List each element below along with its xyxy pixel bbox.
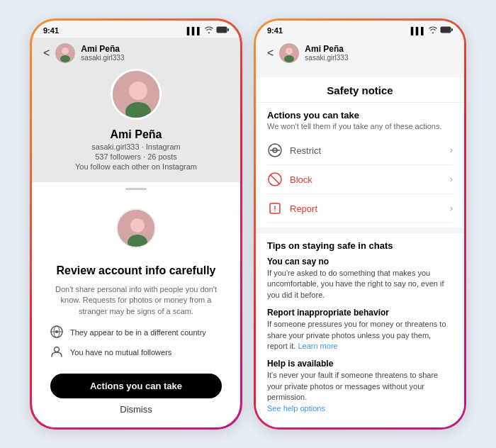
- tip-report-behavior: Report inappropriate behavior If someone…: [267, 308, 453, 352]
- block-row[interactable]: Block ›: [267, 165, 453, 194]
- profile-name: Ami Peña: [43, 128, 229, 141]
- tip-say-no-desc: If you're asked to do something that mak…: [267, 268, 453, 301]
- status-icons-left: ▌▌▌: [187, 26, 229, 35]
- mini-handle: sasaki.girl333: [81, 54, 124, 62]
- svg-rect-1: [227, 28, 229, 31]
- safety-notice-panel: Safety notice Actions you can take We wo…: [256, 77, 464, 427]
- profile-mutual: You follow each other on Instagram: [43, 162, 229, 171]
- report-row[interactable]: Report ›: [267, 194, 453, 223]
- restrict-chevron: ›: [450, 145, 453, 155]
- profile-header: < Ami Peña sasaki.girl333: [32, 38, 240, 182]
- profile-info: Ami Peña sasaki.girl333 · Instagram 537 …: [43, 128, 229, 171]
- svg-line-25: [271, 175, 280, 184]
- mini-avatar-right: [279, 43, 299, 63]
- wifi-icon: [205, 26, 213, 35]
- tips-section: Tips on staying safe in chats You can sa…: [256, 228, 464, 424]
- report-chevron: ›: [450, 203, 453, 213]
- status-icons-right: ▌▌▌: [411, 26, 453, 35]
- safety-item-country-text: They appear to be in a different country: [70, 328, 206, 337]
- safety-avatar: [116, 208, 156, 248]
- actions-button[interactable]: Actions you can take: [50, 374, 222, 398]
- tip-report-desc: If someone pressures you for money or th…: [267, 319, 453, 352]
- safety-card: Review account info carefully Don't shar…: [40, 193, 232, 427]
- restrict-row[interactable]: Restrict ›: [267, 136, 453, 165]
- battery-icon-right: [440, 26, 453, 35]
- right-mini-name: Ami Peña: [305, 44, 348, 54]
- svg-point-20: [284, 55, 294, 62]
- tip-say-no: You can say no If you're asked to do som…: [267, 257, 453, 301]
- mini-avatar-left: [55, 43, 75, 63]
- learn-more-link[interactable]: Learn more: [298, 342, 337, 350]
- tips-section-title: Tips on staying safe in chats: [267, 240, 453, 251]
- actions-section-subtitle: We won't tell them if you take any of th…: [267, 122, 453, 130]
- svg-rect-16: [441, 27, 451, 33]
- status-bar-left: 9:41 ▌▌▌: [32, 21, 240, 38]
- status-bar-right: 9:41 ▌▌▌: [256, 21, 464, 38]
- svg-point-15: [55, 347, 60, 352]
- profile-stats: 537 followers · 26 posts: [43, 152, 229, 161]
- safety-item-country: They appear to be in a different country: [50, 325, 222, 340]
- see-help-link[interactable]: See help options: [267, 404, 325, 413]
- right-phone: 9:41 ▌▌▌ <: [254, 18, 466, 430]
- block-chevron: ›: [450, 174, 453, 184]
- signal-bars-right: ▌▌▌: [411, 27, 426, 35]
- battery-icon: [216, 26, 229, 35]
- safety-desc: Don't share personal info with people yo…: [50, 284, 222, 317]
- profile-handle: sasaki.girl333 · Instagram: [43, 142, 229, 151]
- tip-report-title: Report inappropriate behavior: [267, 308, 453, 318]
- right-mini-name-block: Ami Peña sasaki.girl333: [305, 44, 348, 62]
- safety-notice-title: Safety notice: [256, 77, 464, 103]
- svg-point-3: [62, 47, 69, 55]
- left-phone: 9:41 ▌▌▌ <: [30, 18, 242, 430]
- tip-help-title: Help is available: [267, 359, 453, 369]
- svg-point-6: [129, 82, 147, 100]
- restrict-label: Restrict: [290, 145, 321, 156]
- big-avatar: [111, 69, 162, 120]
- signal-bars: ▌▌▌: [187, 27, 202, 35]
- right-mini-handle: sasaki.girl333: [305, 54, 348, 62]
- actions-section: Actions you can take We won't tell them …: [256, 103, 464, 228]
- tip-help-desc: It's never your fault if someone threate…: [267, 370, 453, 414]
- dismiss-button[interactable]: Dismiss: [50, 398, 222, 420]
- report-icon: [267, 201, 283, 216]
- svg-point-28: [274, 211, 276, 212]
- svg-rect-0: [217, 27, 227, 33]
- safety-title: Review account info carefully: [50, 264, 222, 279]
- tip-help: Help is available It's never your fault …: [267, 359, 453, 414]
- svg-point-19: [286, 47, 293, 55]
- safety-item-mutual: You have no mutual followers: [50, 345, 222, 359]
- tip-say-no-title: You can say no: [267, 257, 453, 267]
- svg-point-9: [130, 218, 145, 233]
- block-icon: [267, 172, 283, 187]
- back-button-right[interactable]: <: [267, 47, 274, 60]
- block-label: Block: [290, 174, 312, 185]
- location-icon: [50, 325, 64, 340]
- report-label: Report: [290, 203, 317, 214]
- right-header: < Ami Peña sasaki.girl333: [256, 38, 464, 77]
- mini-name-block: Ami Peña sasaki.girl333: [81, 44, 124, 62]
- time-left: 9:41: [43, 26, 59, 35]
- svg-rect-17: [451, 28, 453, 31]
- person-icon: [50, 345, 64, 359]
- svg-point-4: [60, 55, 70, 62]
- wifi-icon-right: [429, 26, 437, 35]
- actions-section-title: Actions you can take: [267, 110, 453, 121]
- back-button-left[interactable]: <: [43, 47, 50, 60]
- time-right: 9:41: [267, 26, 283, 35]
- mini-name: Ami Peña: [81, 44, 124, 54]
- safety-item-mutual-text: You have no mutual followers: [70, 348, 171, 357]
- restrict-icon: [267, 142, 283, 158]
